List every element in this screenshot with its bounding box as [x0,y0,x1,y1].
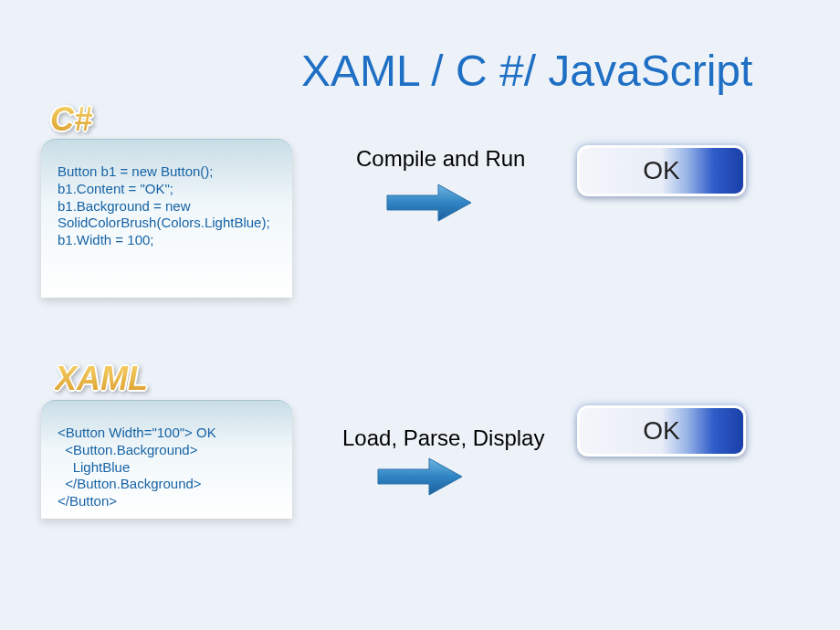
csharp-label: C# [50,100,92,139]
xaml-result-button: OK [577,405,746,457]
slide-title: XAML / C #/ JavaScript [301,46,752,96]
ok-button-label: OK [580,408,743,454]
csharp-code-card: Button b1 = new Button(); b1.Content = "… [41,139,292,298]
xaml-label: XAML [55,360,148,398]
arrow-right-icon [385,183,473,223]
xaml-flow-label: Load, Parse, Display [342,425,544,451]
ok-button-label: OK [580,148,743,194]
xaml-code-card: <Button Width="100"> OK <Button.Backgrou… [41,400,292,519]
csharp-result-button: OK [577,145,746,196]
arrow-right-icon [376,457,464,497]
csharp-flow-label: Compile and Run [356,146,525,172]
